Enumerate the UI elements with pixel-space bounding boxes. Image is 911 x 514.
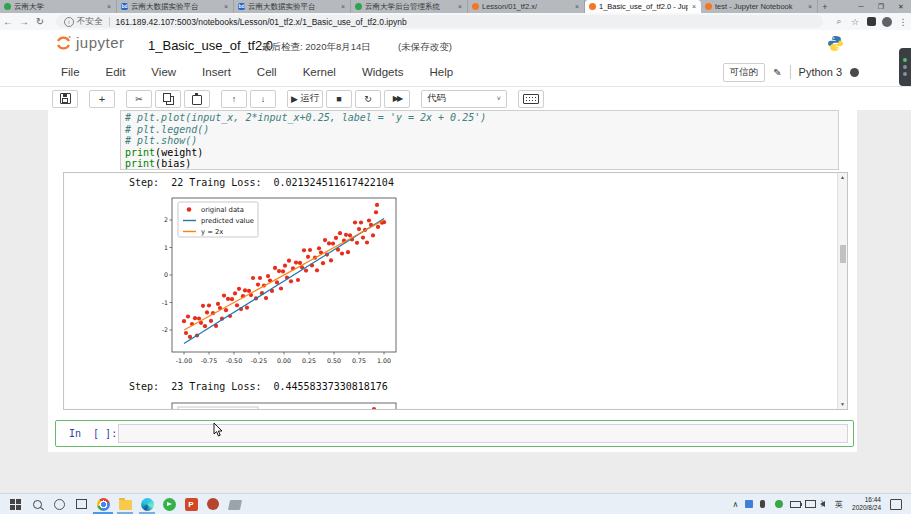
tab-close-icon[interactable]: × — [691, 3, 697, 10]
floating-side-widget[interactable] — [899, 48, 911, 86]
action-center-icon[interactable] — [885, 494, 907, 514]
browser-tab[interactable]: bd云南大数据实验平台× — [117, 0, 234, 13]
profile-avatar[interactable] — [879, 17, 895, 27]
start-button[interactable] — [4, 494, 26, 514]
scroll-up-arrow[interactable]: ▲ — [838, 173, 847, 182]
security-indicator[interactable]: i 不安全 — [64, 16, 103, 28]
menu-view[interactable]: View — [138, 66, 189, 78]
copy-cells-button[interactable] — [155, 90, 181, 108]
tab-close-icon[interactable]: × — [807, 3, 813, 10]
save-icon — [60, 93, 71, 104]
taskbar-app-file-explorer[interactable] — [114, 494, 136, 514]
notebook-page: # plt.plot(input_x, 2*input_x+0.25, labe… — [0, 110, 911, 493]
svg-text:0.25: 0.25 — [302, 357, 316, 364]
taskbar-app-app-red[interactable] — [202, 494, 224, 514]
insert-cell-below-button[interactable]: + — [89, 90, 115, 108]
ime-indicator[interactable]: 英 — [835, 499, 843, 510]
restart-run-all-button[interactable]: ▶▶ — [384, 90, 410, 108]
empty-cell-input[interactable] — [118, 424, 848, 443]
cortana-icon[interactable] — [48, 494, 70, 514]
tray-battery-icon[interactable] — [790, 501, 801, 508]
tab-close-icon[interactable]: × — [340, 3, 346, 10]
bookmark-star-icon[interactable]: ☆ — [847, 17, 863, 27]
url-text: 161.189.42.107:5003/notebooks/Lesson/01_… — [116, 17, 407, 27]
tab-close-icon[interactable]: × — [223, 3, 229, 10]
forward-icon[interactable]: → — [16, 16, 32, 27]
back-icon[interactable]: ← — [0, 16, 16, 27]
svg-text:2: 2 — [164, 216, 168, 223]
move-cell-down-button[interactable]: ↓ — [250, 90, 276, 108]
browser-tab[interactable]: 云南大学× — [0, 0, 117, 13]
tab-title: Lesson/01_tf2.x/ — [482, 2, 571, 11]
empty-code-cell[interactable]: In [ ]: — [55, 420, 854, 447]
move-cell-up-button[interactable]: ↑ — [221, 90, 247, 108]
menu-dots-icon[interactable]: ⋮ — [895, 17, 911, 27]
menu-cell[interactable]: Cell — [244, 66, 290, 78]
interrupt-kernel-button[interactable]: ■ — [326, 90, 352, 108]
scatter-figure-step23-partial: original data — [156, 402, 401, 410]
tray-mic-icon[interactable] — [760, 500, 771, 508]
restart-kernel-button[interactable]: ↻ — [355, 90, 381, 108]
svg-text:0: 0 — [164, 271, 168, 278]
menu-help[interactable]: Help — [416, 66, 466, 78]
trusted-button[interactable]: 可信的 — [723, 63, 766, 82]
browser-tab[interactable]: 云南大学后台管理系统× — [351, 0, 468, 13]
tab-close-icon[interactable]: × — [106, 3, 112, 10]
maximize-window-icon[interactable]: ❐ — [871, 0, 891, 13]
scroll-down-arrow[interactable]: ▼ — [838, 400, 847, 409]
tray-chevron-up-icon[interactable]: ∧ — [730, 500, 741, 509]
tray-display-icon[interactable] — [805, 500, 816, 508]
svg-text:-0.50: -0.50 — [226, 357, 242, 364]
taskbar-search-icon[interactable] — [26, 494, 48, 514]
reload-icon[interactable]: ↻ — [32, 16, 48, 27]
taskbar-app-chrome[interactable] — [92, 494, 114, 514]
info-icon: i — [64, 17, 74, 27]
new-tab-button[interactable]: + — [818, 0, 832, 13]
taskbar-app-app-gray[interactable] — [224, 494, 246, 514]
scroll-thumb[interactable] — [840, 245, 846, 263]
notebook-container: # plt.plot(input_x, 2*input_x+0.25, labe… — [48, 110, 857, 452]
code-line: print(weight) — [125, 147, 834, 159]
tab-close-icon[interactable]: × — [457, 3, 463, 10]
address-omnibox[interactable]: i 不安全 161.189.42.107:5003/notebooks/Less… — [56, 15, 823, 28]
notebook-title[interactable]: 1_Basic_use_of_tf2.0 — [148, 38, 273, 53]
browser-tab[interactable]: test - Jupyter Notebook× — [701, 0, 818, 13]
tray-blue-app-icon[interactable] — [745, 500, 756, 508]
menu-edit[interactable]: Edit — [93, 66, 139, 78]
tab-close-icon[interactable]: × — [574, 3, 580, 10]
zoom-icon[interactable]: ⌕ — [831, 16, 847, 27]
save-button[interactable] — [52, 90, 78, 108]
tray-green-app-icon[interactable] — [775, 500, 786, 508]
task-view-icon[interactable] — [70, 494, 92, 514]
minimize-window-icon[interactable]: ─ — [851, 0, 871, 13]
app-gray-icon — [228, 500, 242, 510]
cell-type-select[interactable]: 代码˅ — [421, 90, 507, 108]
browser-tab-active[interactable]: 1_Basic_use_of_tf2.0 - Jupyter× — [585, 0, 701, 13]
menu-widgets[interactable]: Widgets — [349, 66, 417, 78]
cut-cells-button[interactable]: ✂ — [126, 90, 152, 108]
tab-title: 1_Basic_use_of_tf2.0 - Jupyter — [599, 2, 688, 11]
close-window-icon[interactable]: ✕ — [891, 0, 911, 13]
taskbar-app-powerpoint[interactable]: P — [180, 494, 202, 514]
menu-insert[interactable]: Insert — [189, 66, 244, 78]
paste-cells-button[interactable] — [184, 90, 210, 108]
run-button[interactable]: ▶运行 — [287, 90, 323, 108]
browser-tab[interactable]: bd云南大数据实验平台× — [234, 0, 351, 13]
menu-kernel[interactable]: Kernel — [290, 66, 349, 78]
jupyter-logo[interactable]: jupyter — [55, 34, 125, 51]
svg-text:y = 2x: y = 2x — [201, 228, 223, 236]
extension-icon[interactable] — [863, 17, 879, 26]
checkpoint-text: 最后检查: 2020年8月14日 — [262, 41, 371, 54]
taskbar-app-edge[interactable] — [136, 494, 158, 514]
browser-tab[interactable]: Lesson/01_tf2.x/× — [468, 0, 585, 13]
menu-file[interactable]: File — [48, 66, 93, 78]
taskbar-clock[interactable]: 16:44 2020/8/24 — [847, 496, 881, 512]
code-cell-input[interactable]: # plt.plot(input_x, 2*input_x+0.25, labe… — [120, 110, 839, 170]
output-scrollbar[interactable]: ▲ ▼ — [837, 173, 847, 409]
output-scroll-area[interactable]: Step: 22 Traing Loss: 0.0213245116174221… — [63, 172, 848, 410]
tray-volume-icon[interactable] — [820, 501, 831, 507]
keyboard-shortcuts-button[interactable] — [518, 90, 544, 108]
notebook-menubar: FileEditViewInsertCellKernelWidgetsHelp … — [0, 58, 911, 87]
kernel-name: Python 3 — [799, 66, 842, 78]
taskbar-app-sunflower[interactable] — [158, 494, 180, 514]
